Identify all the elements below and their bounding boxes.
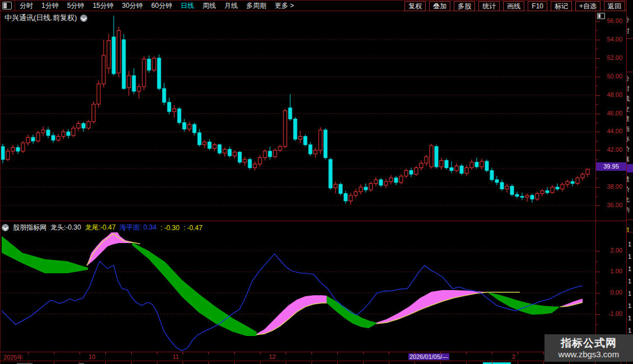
clipped-glyph: 价 — [626, 145, 630, 153]
candle — [309, 144, 312, 153]
bottom-row-tick — [543, 362, 544, 364]
candle — [480, 161, 483, 167]
candle — [26, 137, 30, 143]
indicator-readout-3: 海平面: 0.34 — [119, 223, 156, 232]
price-tick — [595, 40, 600, 40]
candle — [72, 128, 75, 136]
candle — [420, 163, 423, 167]
candle — [495, 180, 499, 183]
candle — [142, 59, 146, 86]
indicator-readout-2: 龙尾:-0.47 — [85, 223, 116, 232]
candle — [102, 55, 105, 84]
candle — [551, 187, 554, 193]
toolbar-button-F10[interactable]: F10 — [528, 1, 547, 11]
price-tick — [595, 187, 600, 188]
panel-split-icon[interactable] — [2, 2, 12, 10]
toolbar-button-画线[interactable]: 画线 — [503, 1, 524, 11]
toolbar-button-标记[interactable]: 标记 — [551, 1, 572, 11]
candle — [162, 88, 166, 102]
candle — [460, 166, 463, 173]
panel-divider[interactable] — [0, 221, 626, 221]
price-marker-sliver — [627, 164, 633, 172]
bottom-row-tick — [54, 362, 54, 364]
time-tick — [311, 352, 312, 354]
clipped-glyph: 成 — [626, 95, 630, 103]
right-sidebar-clipped[interactable]: 分时分时成交量指标价涨量价比均自111111111 — [626, 0, 633, 364]
candle — [258, 157, 262, 164]
indicator-chart[interactable] — [1, 232, 595, 351]
time-tick — [337, 352, 338, 354]
bottom-row-tick — [440, 362, 441, 364]
period-tab-更多 >[interactable]: 更多 > — [274, 1, 294, 11]
candle — [536, 194, 539, 199]
toolbar-button-叠加[interactable]: 叠加 — [429, 1, 450, 11]
time-tick — [389, 352, 389, 354]
candle — [379, 180, 383, 185]
indicator-readout-0: 股朋指标网 — [13, 223, 46, 232]
candle — [283, 111, 287, 147]
candle — [510, 186, 514, 194]
period-tab-分时[interactable]: 分时 — [20, 1, 33, 11]
candle — [238, 152, 241, 162]
candle — [132, 76, 136, 91]
clipped-quote-digit: 1 — [628, 241, 631, 248]
candle — [213, 144, 216, 148]
candle — [127, 76, 131, 87]
time-axis-label: 11 — [173, 353, 179, 360]
indicator-readout-1: 龙头:-0.30 — [50, 223, 81, 232]
period-tab-1分钟[interactable]: 1分钟 — [41, 1, 59, 11]
price-tick-label: 46.00 — [597, 110, 622, 116]
indicator-tick — [595, 314, 600, 315]
candle — [218, 144, 221, 153]
time-tick — [363, 352, 364, 354]
time-tick — [105, 352, 106, 354]
bottom-row-tick — [208, 362, 209, 364]
toolbar-button-多股[interactable]: 多股 — [454, 1, 475, 11]
candle — [208, 142, 211, 148]
candle — [470, 162, 473, 168]
candle — [566, 181, 569, 184]
candle — [97, 84, 100, 104]
candle — [369, 184, 373, 190]
candle — [490, 170, 494, 179]
indicator-tick — [595, 293, 600, 293]
candle — [31, 137, 35, 141]
time-tick — [54, 352, 54, 354]
candlestick-chart[interactable] — [1, 11, 595, 220]
period-tab-月线[interactable]: 月线 — [224, 1, 238, 11]
toolbar-button-复权[interactable]: 复权 — [404, 1, 426, 11]
candle — [107, 41, 110, 68]
candle — [319, 130, 322, 150]
indicator-band-magenta — [257, 295, 327, 335]
period-tab-60分钟[interactable]: 60分钟 — [151, 1, 172, 11]
bottom-row-tick — [105, 362, 106, 364]
clipped-glyph: 比 — [626, 195, 630, 204]
chevron-down-icon[interactable] — [2, 224, 9, 231]
clipped-glyph: 量 — [626, 115, 630, 123]
indicator-tick — [595, 251, 600, 251]
last-price-badge: 39.95 — [596, 162, 626, 171]
time-tick — [208, 352, 209, 354]
candle — [92, 104, 95, 122]
candle — [198, 133, 201, 144]
period-tab-30分钟[interactable]: 30分钟 — [122, 1, 143, 11]
time-tick — [440, 352, 441, 354]
candle — [384, 181, 388, 185]
candle — [404, 170, 408, 176]
clipped-quote-digit: 1 — [628, 278, 631, 284]
period-tab-日线[interactable]: 日线 — [180, 1, 194, 11]
price-tick-label: 50.00 — [597, 73, 622, 80]
period-tab-15分钟[interactable]: 15分钟 — [92, 1, 113, 11]
toolbar-button-统计[interactable]: 统计 — [478, 1, 500, 11]
period-tabs: 分时1分钟5分钟15分钟30分钟60分钟日线周线月线多周期更多 > — [20, 1, 294, 11]
clipped-glyph: 价 — [626, 185, 630, 194]
candle — [415, 168, 418, 175]
period-tab-多周期[interactable]: 多周期 — [246, 1, 266, 11]
clipped-quote-digit: 1 — [628, 265, 631, 272]
bottom-row-tick — [286, 362, 286, 364]
period-tab-周线[interactable]: 周线 — [202, 1, 216, 11]
period-tab-5分钟[interactable]: 5分钟 — [67, 1, 85, 11]
candle — [485, 161, 488, 170]
candle — [147, 59, 151, 70]
price-tick-label: 44.00 — [597, 128, 622, 134]
